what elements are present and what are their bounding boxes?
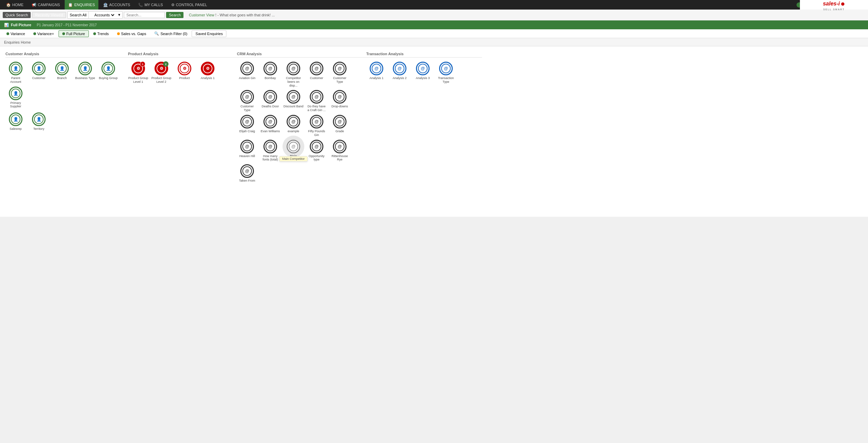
- list-item[interactable]: @ Deaths Door: [260, 90, 280, 112]
- list-item[interactable]: @ Analysis 3: [413, 62, 433, 84]
- list-item[interactable]: @ Taken From: [237, 164, 257, 183]
- transaction-analysis-title: Transaction Analysis: [366, 52, 482, 58]
- list-item[interactable]: @ Aviation Gin: [237, 62, 257, 87]
- analysis-sections: Customer Analysis 👤 Parent Account 👤 Cus…: [5, 52, 863, 183]
- crm-analysis-section: CRM Analysis @ Aviation Gin @ Bombay @ C…: [237, 52, 366, 183]
- list-item[interactable]: @ Analysis 2: [389, 62, 410, 84]
- tab-full-picture[interactable]: Full Picture: [59, 30, 89, 37]
- list-item[interactable]: @ Customer: [306, 62, 327, 87]
- list-item[interactable]: 👤 Buying Group: [98, 62, 118, 84]
- nav-enquiries[interactable]: 📋 ENQUIRIES: [65, 0, 98, 10]
- list-item[interactable]: 👤 Parent Account: [5, 62, 26, 84]
- list-item[interactable]: @ Competitor beers on disp...: [283, 62, 304, 87]
- crm-analysis-grid: @ Aviation Gin @ Bombay @ Competitor bee…: [237, 62, 366, 183]
- parent-account-icon: 👤: [9, 62, 22, 75]
- enquiries-icon: 📋: [68, 3, 73, 7]
- list-item[interactable]: @ Rittenhouse Rye: [329, 140, 350, 162]
- badge-1: 1: [140, 61, 145, 67]
- list-item[interactable]: @ Discount Band: [283, 90, 304, 112]
- list-item[interactable]: @ Grade: [329, 115, 350, 137]
- main-competitor-item[interactable]: @ Main Competitor Main Competitor: [283, 140, 304, 162]
- trends-dot: [93, 32, 96, 35]
- list-item[interactable]: @ example: [283, 115, 304, 137]
- fullpicture-dot: [62, 32, 65, 35]
- tab-variance[interactable]: Variance: [3, 30, 29, 37]
- list-item[interactable]: @ Heaven Hill: [237, 140, 257, 162]
- quick-search-button[interactable]: Quick Search: [3, 12, 31, 18]
- list-item[interactable]: 👤 Customer: [29, 62, 49, 84]
- breadcrumb-detail: ! - What else goes with that drink! ...: [215, 13, 275, 17]
- list-item[interactable]: ⚙ 1 Product Group Level 1: [128, 62, 148, 84]
- nav-accounts[interactable]: 🏦 ACCOUNTS: [100, 0, 134, 10]
- customer-analysis-section: Customer Analysis 👤 Parent Account 👤 Cus…: [5, 52, 128, 183]
- customer-analysis-grid-2: 👤 Salesrep 👤 Territory: [5, 112, 128, 131]
- list-item[interactable]: @ Bombay: [260, 62, 280, 87]
- logo-area: sales-i ● SELL SMART: [800, 0, 868, 10]
- search-all-label: Search All: [68, 12, 89, 18]
- list-item[interactable]: 👤 Branch: [52, 62, 72, 84]
- list-item[interactable]: 👤 Primary Supplier: [5, 87, 26, 109]
- tab-trends[interactable]: Trends: [90, 30, 113, 37]
- nav-home[interactable]: 🏠 HOME: [3, 0, 27, 10]
- list-item[interactable]: 👤 Salesrep: [5, 112, 26, 131]
- list-item[interactable]: @ Transaction Type: [436, 62, 456, 84]
- logo-icon: ●: [840, 0, 845, 8]
- tab-saved-enquiries[interactable]: Saved Enquiries: [192, 30, 226, 37]
- list-item[interactable]: ⚙ 2 Product Group Level 2: [151, 62, 172, 84]
- tab-sales-vs-gaps[interactable]: Sales vs. Gaps: [113, 30, 150, 37]
- search-button[interactable]: Search: [166, 12, 183, 18]
- nav-items: 🏠 HOME 📢 CAMPAIGNS 📋 ENQUIRIES 🏦 ACCOUNT…: [3, 0, 210, 10]
- list-item[interactable]: 👤 Territory: [29, 112, 49, 131]
- search-all-group: Search All Accounts ▼: [67, 11, 123, 19]
- nav-campaigns[interactable]: 📢 CAMPAIGNS: [28, 0, 63, 10]
- product-group-2-icon: ⚙ 2: [155, 62, 168, 75]
- analysis-1-icon: ⚙: [201, 62, 214, 75]
- list-item[interactable]: @ Drop-downs: [329, 90, 350, 112]
- list-item[interactable]: @ Customer Type: [237, 90, 257, 112]
- badge-2: 2: [163, 61, 168, 67]
- logo-sub: SELL SMART: [823, 8, 845, 11]
- top-navigation: 🏠 HOME 📢 CAMPAIGNS 📋 ENQUIRIES 🏦 ACCOUNT…: [0, 0, 868, 10]
- salesrep-icon: 👤: [9, 112, 22, 126]
- customer-analysis-grid: 👤 Parent Account 👤 Customer 👤 Bran: [5, 62, 128, 108]
- logo-main: sales-i: [823, 1, 840, 7]
- list-item[interactable]: ⚙ Product: [174, 62, 195, 84]
- nav-mycalls[interactable]: 📞 MY CALLS: [135, 0, 166, 10]
- full-picture-icon: 📊: [4, 23, 9, 27]
- list-item[interactable]: @ How many fonts (total): [260, 140, 280, 162]
- list-item[interactable]: @ Elijah Craig: [237, 115, 257, 137]
- controlpanel-icon: ⚙: [171, 3, 175, 7]
- branch-icon: 👤: [55, 62, 69, 75]
- list-item[interactable]: @ Opportunity type: [306, 140, 327, 162]
- salesvsgaps-dot: [117, 32, 120, 35]
- product-group-1-icon: ⚙ 1: [131, 62, 145, 75]
- main-content: Customer Analysis 👤 Parent Account 👤 Cus…: [0, 46, 868, 217]
- territory-icon: 👤: [32, 112, 46, 126]
- product-analysis-section: Product Analysis ⚙ 1 Product Group Level…: [128, 52, 237, 183]
- date-range: P1 January 2017 - P11 November 2017: [37, 23, 97, 27]
- business-type-icon: 👤: [78, 62, 92, 75]
- list-item[interactable]: ⚙ Analysis 1: [197, 62, 218, 84]
- transaction-analysis-grid: @ Analysis 1 @ Analysis 2 @ Analysis 3 @…: [366, 62, 482, 84]
- list-item[interactable]: @ Analysis 1: [366, 62, 387, 84]
- search-filter-icon: 🔍: [154, 31, 159, 36]
- search-input[interactable]: [124, 12, 165, 18]
- accounts-select[interactable]: Accounts: [93, 13, 115, 17]
- nav-controlpanel[interactable]: ⚙ CONTROL PANEL: [168, 0, 211, 10]
- list-item[interactable]: @ Evan Williams: [260, 115, 280, 137]
- product-icon: ⚙: [178, 62, 191, 75]
- customer-analysis-title: Customer Analysis: [5, 52, 128, 58]
- list-item[interactable]: @ Customer Type: [329, 62, 350, 87]
- list-item[interactable]: @ Fifty Pounds Gin: [306, 115, 327, 137]
- list-item[interactable]: @ Do they have a Craft Gin ...: [306, 90, 327, 112]
- recently-viewed-button[interactable]: Recently Viewed: [32, 12, 66, 18]
- tab-variance-plus[interactable]: Variance+: [30, 30, 58, 37]
- list-item[interactable]: 👤 Business Type: [75, 62, 95, 84]
- main-competitor-tooltip: Main Competitor: [279, 156, 308, 162]
- tab-search-filter[interactable]: 🔍 Search Filter (0): [150, 30, 191, 37]
- variance-dot: [6, 32, 9, 35]
- customer-view-link[interactable]: Customer View: [189, 13, 214, 17]
- home-icon: 🏠: [6, 3, 11, 7]
- main-competitor-icon: @: [287, 140, 300, 153]
- buying-group-icon: 👤: [101, 62, 115, 75]
